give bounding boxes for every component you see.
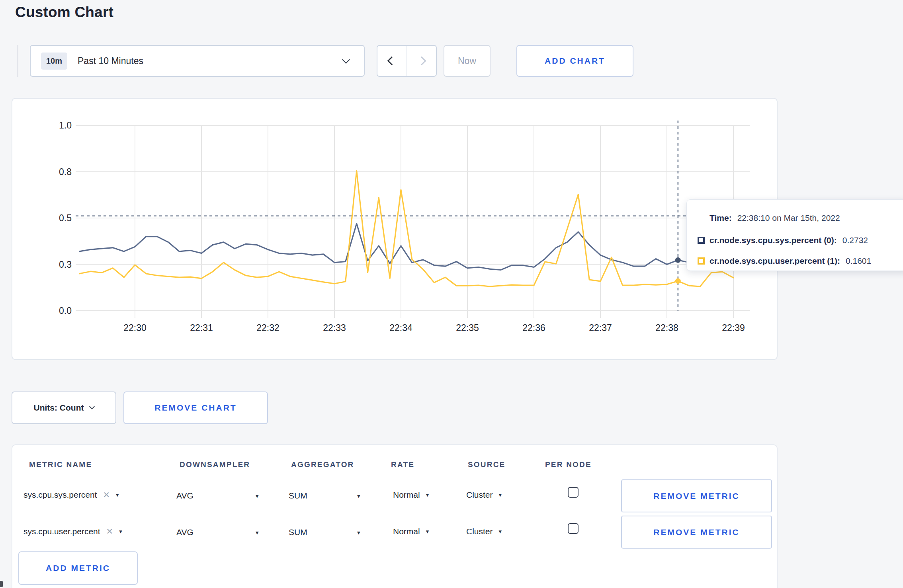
time-forward-button[interactable] <box>407 46 436 76</box>
tooltip-series-value: 0.1601 <box>846 256 871 266</box>
chevron-down-icon <box>89 404 95 409</box>
source-select[interactable]: Cluster ▾ <box>466 490 502 500</box>
metric-name-select[interactable]: sys.cpu.sys.percent ✕ ▾ <box>23 490 119 500</box>
x-tick-label: 22:31 <box>190 323 213 333</box>
tooltip-series-name: cr.node.sys.cpu.sys.percent (0): <box>710 236 837 245</box>
remove-metric-button[interactable]: REMOVE METRIC <box>621 516 772 549</box>
x-tick-label: 22:34 <box>389 323 412 333</box>
chart-hover-tooltip: Time:22:38:10 on Mar 15th, 2022 cr.node.… <box>686 199 903 271</box>
now-button[interactable]: Now <box>444 45 491 77</box>
tooltip-series-row: cr.node.sys.cpu.user.percent (1): 0.1601 <box>698 256 871 266</box>
caret-down-icon: ▾ <box>426 528 429 535</box>
units-dropdown[interactable]: Units: Count <box>12 391 116 424</box>
time-range-dropdown[interactable]: 10m Past 10 Minutes <box>30 45 365 77</box>
x-tick-label: 22:30 <box>123 323 147 333</box>
chevron-right-icon <box>417 56 426 66</box>
metric-name-select[interactable]: sys.cpu.user.percent ✕ ▾ <box>23 527 122 536</box>
source-value: Cluster <box>466 527 493 536</box>
y-tick-label: 1.0 <box>59 120 72 130</box>
caret-down-icon: ▾ <box>499 528 502 535</box>
scroll-edge-fragment <box>0 581 3 587</box>
downsampler-select[interactable]: AVG <box>176 528 194 537</box>
rate-value: Normal <box>393 490 420 500</box>
col-header-metric-name: METRIC NAME <box>29 460 92 469</box>
y-tick-label: 0.3 <box>59 259 72 270</box>
tooltip-time-label: Time: <box>710 213 732 222</box>
time-range-badge: 10m <box>41 53 67 70</box>
x-tick-label: 22:35 <box>456 323 479 333</box>
chevron-down-icon <box>342 56 350 64</box>
caret-down-icon[interactable]: ▾ <box>256 529 259 536</box>
caret-down-icon: ▾ <box>426 491 429 498</box>
tooltip-series-row: cr.node.sys.cpu.sys.percent (0): 0.2732 <box>698 236 868 245</box>
rate-select[interactable]: Normal ▾ <box>393 490 429 500</box>
downsampler-select[interactable]: AVG <box>176 491 194 500</box>
caret-down-icon: ▾ <box>116 491 119 498</box>
per-node-checkbox[interactable] <box>568 487 579 498</box>
x-tick-label: 22:37 <box>589 323 612 333</box>
x-tick-label: 22:39 <box>722 323 745 333</box>
series-line <box>80 224 733 270</box>
time-stepper <box>377 45 437 77</box>
remove-metric-button[interactable]: REMOVE METRIC <box>621 479 772 512</box>
x-tick-label: 22:38 <box>655 323 678 333</box>
y-tick-label: 0.5 <box>59 213 72 223</box>
toolbar-divider <box>18 45 18 77</box>
metric-name: sys.cpu.user.percent <box>23 527 100 536</box>
col-header-aggregator: AGGREGATOR <box>291 460 354 469</box>
x-tick-label: 22:32 <box>256 323 280 333</box>
series-swatch-icon <box>698 237 705 244</box>
add-chart-button[interactable]: ADD CHART <box>516 45 633 77</box>
chevron-left-icon <box>387 56 397 66</box>
tooltip-time-value: 22:38:10 on Mar 15th, 2022 <box>737 213 840 222</box>
caret-down-icon[interactable]: ▾ <box>357 529 360 536</box>
col-header-downsampler: DOWNSAMPLER <box>180 460 250 469</box>
units-label: Units: Count <box>34 403 84 413</box>
caret-down-icon: ▾ <box>499 491 502 498</box>
rate-select[interactable]: Normal ▾ <box>393 527 429 536</box>
page-title: Custom Chart <box>15 4 113 21</box>
series-swatch-icon <box>698 257 705 265</box>
time-back-button[interactable] <box>377 46 407 76</box>
y-tick-label: 0.8 <box>59 167 72 177</box>
hover-point <box>675 257 681 263</box>
caret-down-icon: ▾ <box>119 528 122 535</box>
caret-down-icon[interactable]: ▾ <box>357 493 360 500</box>
col-header-rate: RATE <box>391 460 414 469</box>
x-tick-label: 22:33 <box>323 323 346 333</box>
metrics-table: METRIC NAME DOWNSAMPLER AGGREGATOR RATE … <box>12 444 778 588</box>
tooltip-series-name: cr.node.sys.cpu.user.percent (1): <box>710 256 840 266</box>
close-icon[interactable]: ✕ <box>103 490 110 500</box>
tooltip-series-value: 0.2732 <box>842 236 868 245</box>
caret-down-icon[interactable]: ▾ <box>256 493 259 500</box>
hover-point <box>675 278 681 284</box>
per-node-checkbox[interactable] <box>568 523 579 534</box>
col-header-per-node: PER NODE <box>545 460 592 469</box>
time-range-label: Past 10 Minutes <box>78 56 143 66</box>
timeseries-chart[interactable]: 1.00.80.50.30.022:3022:3122:3222:3322:34… <box>12 98 778 360</box>
rate-value: Normal <box>393 527 420 536</box>
x-tick-label: 22:36 <box>522 323 545 333</box>
aggregator-select[interactable]: SUM <box>289 528 307 537</box>
source-value: Cluster <box>466 490 493 500</box>
tooltip-time: Time:22:38:10 on Mar 15th, 2022 <box>710 213 840 223</box>
add-metric-button[interactable]: ADD METRIC <box>18 551 138 585</box>
metric-name: sys.cpu.sys.percent <box>23 490 97 500</box>
remove-chart-button[interactable]: REMOVE CHART <box>123 391 268 424</box>
aggregator-select[interactable]: SUM <box>289 491 307 500</box>
col-header-source: SOURCE <box>468 460 506 469</box>
source-select[interactable]: Cluster ▾ <box>466 527 502 536</box>
y-tick-label: 0.0 <box>59 306 72 316</box>
close-icon[interactable]: ✕ <box>106 527 113 536</box>
series-line <box>80 171 733 286</box>
